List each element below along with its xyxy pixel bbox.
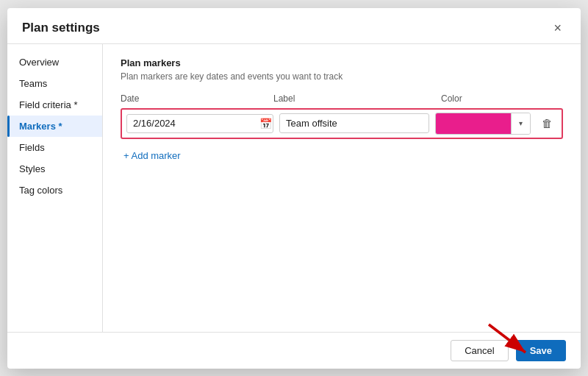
add-marker-button[interactable]: + Add marker (121, 146, 184, 165)
sidebar-item-markers[interactable]: Markers * (7, 116, 102, 137)
sidebar: Overview Teams Field criteria * Markers … (7, 44, 103, 332)
section-subtitle: Plan markers are key dates and events yo… (121, 71, 563, 82)
table-headers: Date Label Color (121, 93, 563, 104)
col-header-label: Label (273, 93, 435, 104)
date-input[interactable] (133, 118, 257, 129)
sidebar-item-overview[interactable]: Overview (7, 52, 102, 73)
sidebar-item-tag-colors[interactable]: Tag colors (7, 180, 102, 201)
sidebar-item-fields[interactable]: Fields (7, 137, 102, 158)
color-swatch[interactable] (436, 113, 511, 134)
col-header-date: Date (121, 93, 268, 104)
sidebar-item-teams[interactable]: Teams (7, 73, 102, 94)
dialog-body: Overview Teams Field criteria * Markers … (7, 44, 581, 332)
calendar-icon[interactable]: 📅 (259, 118, 272, 130)
cancel-button[interactable]: Cancel (451, 340, 508, 361)
delete-marker-button[interactable]: 🗑 (537, 113, 557, 134)
dialog-header: Plan settings × (7, 8, 581, 44)
section-title: Plan markers (121, 57, 563, 68)
dialog-title: Plan settings (22, 21, 100, 35)
save-button[interactable]: Save (516, 340, 566, 361)
main-content: Plan markers Plan markers are key dates … (103, 44, 581, 332)
dialog-footer: Cancel Save (7, 332, 581, 369)
col-header-color: Color (441, 93, 537, 104)
close-button[interactable]: × (549, 20, 566, 36)
sidebar-item-field-criteria[interactable]: Field criteria * (7, 94, 102, 116)
color-select-wrap: ▾ (435, 113, 531, 135)
plan-settings-dialog: Plan settings × Overview Teams Field cri… (7, 8, 581, 369)
sidebar-item-styles[interactable]: Styles (7, 158, 102, 180)
label-input[interactable] (279, 113, 429, 133)
color-dropdown-button[interactable]: ▾ (511, 113, 530, 134)
marker-row: 📅 ▾ 🗑 (121, 108, 563, 139)
date-field-wrap: 📅 (126, 114, 273, 133)
